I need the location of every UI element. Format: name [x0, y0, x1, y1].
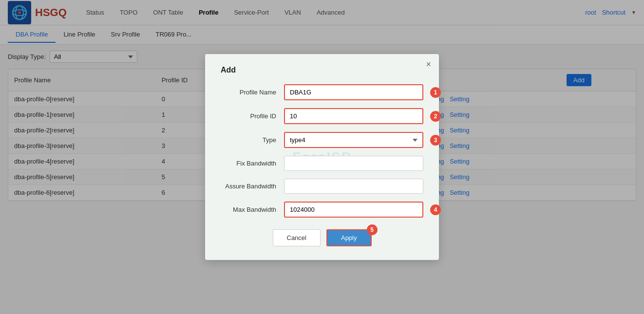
form-row-fix-bw: Fix Bandwidth	[221, 156, 423, 171]
form-row-profile-id: Profile ID 2	[221, 108, 423, 124]
form-row-type: Type type4 type1 type2 type3 3	[221, 132, 423, 148]
apply-button[interactable]: Apply	[326, 229, 372, 246]
badge-1: 1	[430, 87, 441, 98]
cancel-button[interactable]: Cancel	[273, 229, 321, 246]
badge-4: 4	[430, 204, 441, 215]
profile-name-input[interactable]	[284, 84, 423, 100]
modal-close-button[interactable]: ×	[426, 60, 431, 69]
type-label: Type	[221, 136, 284, 144]
badge-3: 3	[430, 135, 441, 146]
modal-title: Add	[221, 66, 423, 74]
max-bw-label: Max Bandwidth	[221, 206, 284, 213]
assure-bw-label: Assure Bandwidth	[221, 183, 284, 190]
modal-footer: Cancel Apply 5	[221, 229, 423, 246]
modal-overlay: Add × ForoISP Profile Name 1 Profile ID …	[0, 0, 644, 314]
profile-id-input[interactable]	[284, 108, 423, 124]
type-select[interactable]: type4 type1 type2 type3	[284, 132, 423, 148]
form-row-assure-bw: Assure Bandwidth	[221, 179, 423, 194]
form-row-profile-name: Profile Name 1	[221, 84, 423, 100]
profile-id-label: Profile ID	[221, 112, 284, 120]
assure-bw-input[interactable]	[284, 179, 423, 194]
add-modal: Add × ForoISP Profile Name 1 Profile ID …	[205, 54, 439, 260]
fix-bw-input[interactable]	[284, 156, 423, 171]
profile-name-label: Profile Name	[221, 89, 284, 96]
fix-bw-label: Fix Bandwidth	[221, 160, 284, 167]
max-bw-input[interactable]	[284, 202, 423, 218]
form-row-max-bw: Max Bandwidth 4	[221, 202, 423, 218]
badge-5: 5	[367, 224, 378, 235]
badge-2: 2	[430, 111, 441, 122]
